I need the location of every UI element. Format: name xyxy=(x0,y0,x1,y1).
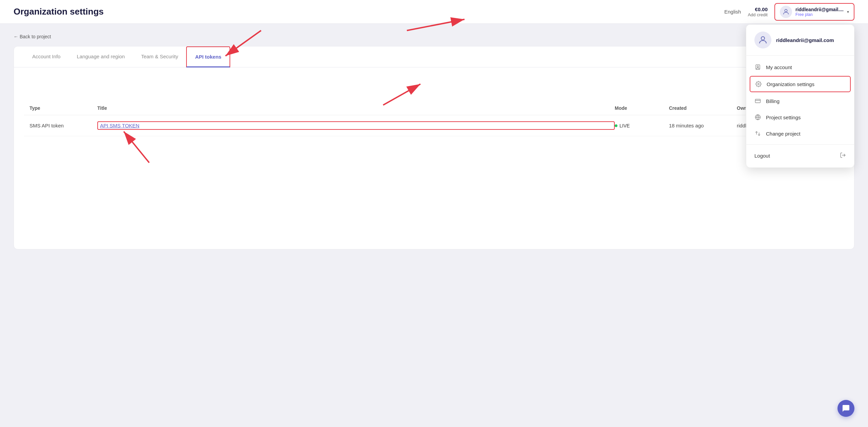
cell-mode: LIVE xyxy=(615,123,669,128)
user-info: riddleandrii@gmail.... Free plan xyxy=(795,7,844,17)
dropdown-item-org-settings[interactable]: Organization settings xyxy=(750,76,851,92)
user-menu-button[interactable]: riddleandrii@gmail.... Free plan ▾ xyxy=(774,3,854,21)
tabs-row: Account Info Language and region Team & … xyxy=(14,46,854,67)
dropdown-item-change-project[interactable]: Change project xyxy=(746,125,854,142)
my-account-label: My account xyxy=(766,64,792,70)
dropdown-item-billing[interactable]: Billing xyxy=(746,93,854,109)
add-credit-link[interactable]: Add credit xyxy=(748,12,768,17)
logout-label: Logout xyxy=(754,153,770,159)
credit-amount: €0.00 xyxy=(748,6,768,12)
user-dropdown-menu: riddleandrii@gmail.com My account Org xyxy=(746,24,854,168)
topbar-left: Organization settings xyxy=(14,6,104,17)
col-mode: Mode xyxy=(615,105,669,111)
topbar-right: English €0.00 Add credit riddleandrii@gm… xyxy=(724,3,854,21)
col-created: Created xyxy=(669,105,737,111)
dropdown-item-project-settings[interactable]: Project settings xyxy=(746,109,854,125)
billing-label: Billing xyxy=(766,98,780,104)
gear-icon xyxy=(755,81,762,87)
svg-point-4 xyxy=(758,83,760,85)
content-area: API Docs ▾ Create API tok Type Title Mod… xyxy=(14,67,854,146)
avatar xyxy=(780,6,792,18)
col-type: Type xyxy=(29,105,97,111)
dropdown-divider xyxy=(746,144,854,145)
logout-icon xyxy=(840,152,846,159)
card-icon xyxy=(754,98,761,104)
table-header: Type Title Mode Created Owner xyxy=(24,101,844,115)
tab-team-security[interactable]: Team & Security xyxy=(133,47,186,67)
credit-info: €0.00 Add credit xyxy=(748,6,768,17)
chevron-down-icon: ▾ xyxy=(847,9,849,14)
live-dot xyxy=(615,124,617,127)
dropdown-avatar xyxy=(754,32,771,48)
project-settings-label: Project settings xyxy=(766,115,801,120)
dropdown-item-logout[interactable]: Logout xyxy=(746,147,854,164)
language-selector[interactable]: English xyxy=(724,9,741,15)
table-row: SMS API token API SMS TOKEN LIVE 18 minu… xyxy=(24,115,844,136)
person-icon xyxy=(754,64,761,70)
svg-point-0 xyxy=(785,9,787,12)
back-to-project-link[interactable]: ← Back to project xyxy=(14,34,854,39)
org-settings-label: Organization settings xyxy=(767,81,814,87)
arrows-icon xyxy=(754,130,761,137)
dropdown-email: riddleandrii@gmail.com xyxy=(776,37,834,43)
cell-created: 18 minutes ago xyxy=(669,123,737,128)
col-title: Title xyxy=(97,105,615,111)
cell-type: SMS API token xyxy=(29,123,97,128)
tab-language-region[interactable]: Language and region xyxy=(68,47,133,67)
user-plan: Free plan xyxy=(795,12,844,17)
change-project-label: Change project xyxy=(766,131,801,137)
live-text: LIVE xyxy=(619,123,630,128)
svg-rect-5 xyxy=(755,99,761,103)
svg-point-1 xyxy=(761,37,765,40)
page-title: Organization settings xyxy=(14,6,104,17)
dropdown-item-my-account[interactable]: My account xyxy=(746,59,854,75)
main-card: Account Info Language and region Team & … xyxy=(14,46,854,249)
topbar: Organization settings English €0.00 Add … xyxy=(0,0,868,24)
globe-icon xyxy=(754,114,761,121)
dropdown-header: riddleandrii@gmail.com xyxy=(746,25,854,56)
tab-account-info[interactable]: Account Info xyxy=(24,47,68,67)
page-wrapper: ← Back to project Account Info Language … xyxy=(0,24,868,260)
user-email: riddleandrii@gmail.... xyxy=(795,7,844,12)
svg-point-3 xyxy=(757,66,759,67)
tab-api-tokens[interactable]: API tokens xyxy=(186,46,230,67)
cell-title[interactable]: API SMS TOKEN xyxy=(97,121,615,130)
content-actions: API Docs ▾ Create API tok xyxy=(24,78,844,91)
chat-button[interactable] xyxy=(837,400,854,417)
dropdown-items: My account Organization settings Billing xyxy=(746,56,854,167)
